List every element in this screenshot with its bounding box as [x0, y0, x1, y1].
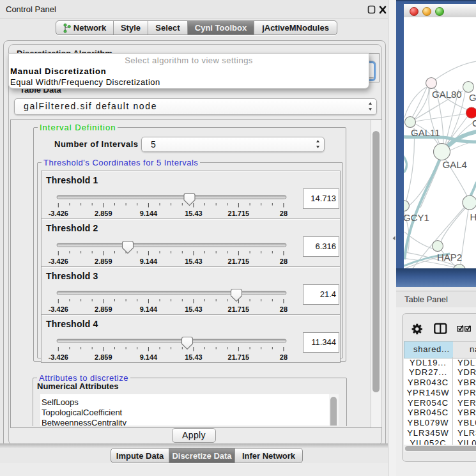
svg-text:21.715: 21.715 [228, 305, 250, 312]
svg-text:GAL80: GAL80 [432, 89, 462, 100]
svg-text:21.715: 21.715 [228, 257, 250, 264]
svg-text:GAL4: GAL4 [443, 159, 467, 170]
svg-text:-3.426: -3.426 [49, 353, 68, 360]
svg-text:28: 28 [280, 257, 288, 264]
svg-text:9.144: 9.144 [140, 209, 158, 216]
svg-text:28: 28 [280, 209, 288, 216]
svg-text:-3.426: -3.426 [49, 209, 68, 216]
svg-text:15.43: 15.43 [185, 305, 203, 312]
svg-text:-3.426: -3.426 [49, 257, 68, 264]
svg-text:28: 28 [280, 353, 288, 360]
svg-text:2.859: 2.859 [95, 209, 112, 216]
svg-text:9.144: 9.144 [140, 353, 158, 360]
svg-text:15.43: 15.43 [185, 209, 203, 216]
svg-text:21.715: 21.715 [228, 353, 250, 360]
svg-text:2.859: 2.859 [95, 257, 112, 264]
svg-text:GCY1: GCY1 [404, 212, 429, 223]
svg-text:CD: CD [472, 118, 476, 128]
svg-text:15.43: 15.43 [185, 353, 203, 360]
svg-text:15.43: 15.43 [185, 257, 203, 264]
svg-text:-3.426: -3.426 [49, 305, 68, 312]
svg-text:9.144: 9.144 [140, 305, 158, 312]
svg-text:21.715: 21.715 [228, 209, 250, 216]
svg-text:H: H [470, 211, 476, 222]
svg-text:2.859: 2.859 [95, 353, 112, 360]
svg-text:28: 28 [280, 305, 288, 312]
svg-text:HAP2: HAP2 [437, 252, 462, 263]
svg-text:GAL11: GAL11 [411, 127, 440, 138]
svg-text:2.859: 2.859 [95, 305, 112, 312]
svg-text:GA: GA [469, 92, 476, 103]
svg-text:9.144: 9.144 [140, 257, 158, 264]
